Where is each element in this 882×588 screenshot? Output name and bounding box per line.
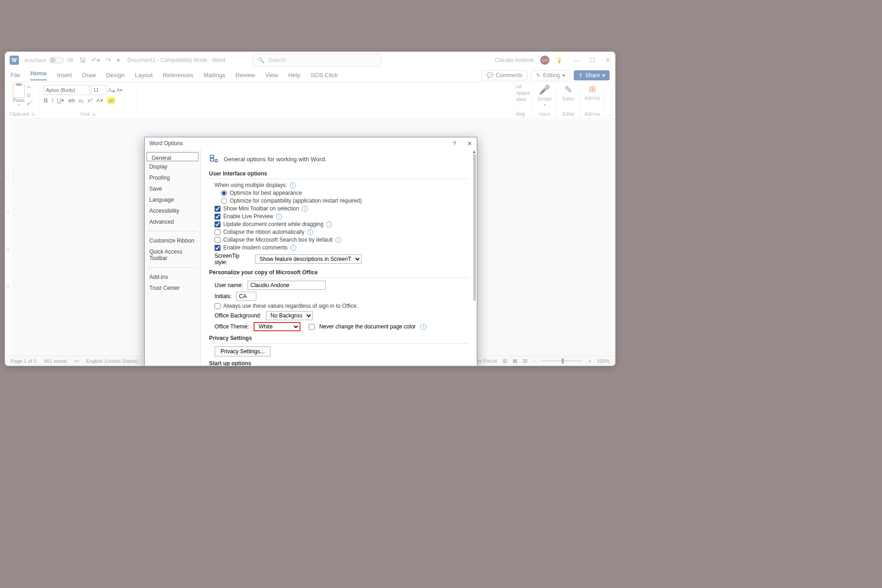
editor-group[interactable]: ✎ Editor Editor — [556, 82, 580, 119]
nav-advanced[interactable]: Advanced — [145, 216, 200, 227]
zoom-slider[interactable] — [541, 360, 582, 362]
tab-layout[interactable]: Layout — [135, 72, 153, 79]
close-icon[interactable]: ✕ — [605, 57, 611, 64]
help-icon[interactable]: ? — [453, 140, 456, 147]
check-always-use[interactable] — [215, 303, 220, 309]
collapse-ribbon-icon[interactable]: ⌄ — [604, 82, 615, 119]
word-count[interactable]: 961 words — [44, 358, 67, 364]
save-icon[interactable]: 🖫 — [79, 57, 86, 64]
scroll-thumb[interactable] — [473, 154, 476, 301]
share-button[interactable]: ⇪ Share ▾ — [574, 70, 610, 80]
language-indicator[interactable]: English (United States) — [86, 358, 138, 364]
tab-view[interactable]: View — [265, 72, 278, 79]
tab-insert[interactable]: Insert — [57, 72, 72, 79]
text-effects-icon[interactable]: A▾ — [96, 97, 103, 104]
nav-display[interactable]: Display — [145, 161, 200, 172]
nav-customize-ribbon[interactable]: Customize Ribbon — [145, 235, 200, 246]
tab-review[interactable]: Review — [236, 72, 255, 79]
radio-optimize-appearance[interactable] — [221, 190, 227, 196]
font-name-select[interactable] — [44, 85, 90, 95]
zoom-in-icon[interactable]: + — [588, 358, 591, 364]
clipboard-launcher-icon[interactable]: ⇲ — [31, 112, 35, 117]
editing-mode-button[interactable]: ✎ Editing ▾ — [531, 70, 570, 80]
dictate-group[interactable]: 🎤 Dictate ▾ Voice — [532, 82, 556, 119]
info-icon[interactable]: i — [290, 182, 296, 188]
tab-help[interactable]: Help — [288, 72, 300, 79]
qa-dropdown-icon[interactable]: ▾ — [117, 57, 120, 64]
select-partial[interactable]: elect — [516, 97, 526, 102]
coming-soon-icon[interactable]: 💡 — [556, 57, 563, 63]
office-theme-select[interactable]: White — [254, 322, 300, 331]
copy-icon[interactable]: ⧉ — [27, 92, 32, 98]
dialog-scrollbar[interactable]: ▲ ▼ — [470, 149, 477, 366]
check-collapse-search[interactable] — [215, 237, 220, 243]
tab-draw[interactable]: Draw — [82, 72, 96, 79]
tab-sosclick[interactable]: SOS Click — [311, 72, 338, 79]
initials-input[interactable] — [236, 292, 256, 301]
redo-icon[interactable]: ↷ — [106, 57, 111, 64]
office-background-select[interactable]: No Background — [266, 311, 313, 320]
nav-addins[interactable]: Add-ins — [145, 271, 200, 283]
tab-home[interactable]: Home — [30, 70, 47, 80]
info-icon[interactable]: i — [307, 229, 313, 235]
minimize-icon[interactable]: — — [574, 57, 580, 64]
addins-group[interactable]: ⊞ Add-ins Add-ins — [580, 82, 604, 119]
avatar[interactable]: CA — [540, 56, 549, 65]
info-icon[interactable]: i — [290, 245, 296, 251]
comments-button[interactable]: 💬 Comments — [481, 70, 527, 80]
check-modern-comments[interactable] — [215, 245, 220, 251]
check-live-preview[interactable] — [215, 214, 220, 220]
bold-icon[interactable]: B — [44, 97, 48, 104]
tab-references[interactable]: References — [163, 72, 193, 79]
paste-icon[interactable] — [13, 84, 25, 98]
read-mode-icon[interactable]: ▥ — [503, 358, 507, 364]
info-icon[interactable]: i — [420, 324, 426, 330]
cut-icon[interactable]: ✂ — [27, 84, 32, 90]
replace-partial[interactable]: eplace — [516, 90, 530, 96]
screentip-select[interactable]: Show feature descriptions in ScreenTips — [255, 254, 362, 264]
print-layout-icon[interactable]: ▦ — [513, 358, 517, 364]
grow-font-icon[interactable]: A▴ — [108, 87, 115, 94]
spellcheck-icon[interactable]: ▭ — [74, 358, 79, 364]
user-name[interactable]: Claudiu Andone — [495, 57, 534, 63]
highlight-icon[interactable]: ab — [107, 97, 115, 104]
autosave[interactable]: AutoSave Off — [24, 57, 73, 63]
check-mini-toolbar[interactable] — [215, 206, 220, 212]
check-update-drag[interactable] — [215, 221, 220, 227]
page-indicator[interactable]: Page 1 of 5 — [11, 358, 36, 364]
info-icon[interactable]: i — [302, 206, 308, 212]
zoom-level[interactable]: 100% — [597, 358, 610, 364]
superscript-icon[interactable]: x² — [87, 97, 92, 104]
zoom-out-icon[interactable]: − — [533, 358, 536, 364]
shrink-font-icon[interactable]: A▾ — [117, 87, 123, 93]
tab-design[interactable]: Design — [106, 72, 124, 79]
font-size-select[interactable] — [91, 85, 107, 95]
autosave-toggle[interactable] — [49, 57, 64, 63]
privacy-settings-button[interactable]: Privacy Settings... — [215, 346, 271, 356]
username-input[interactable] — [248, 281, 326, 290]
check-never-change-color[interactable] — [309, 324, 315, 330]
nav-save[interactable]: Save — [145, 183, 200, 194]
radio-optimize-compat[interactable] — [221, 198, 227, 204]
find-partial[interactable]: nd — [516, 84, 521, 89]
nav-qat[interactable]: Quick Access Toolbar — [145, 246, 200, 264]
nav-proofing[interactable]: Proofing — [145, 172, 200, 183]
focus-button[interactable]: ▭ Focus — [477, 358, 497, 364]
subscript-icon[interactable]: x₂ — [79, 97, 84, 104]
info-icon[interactable]: i — [276, 214, 282, 220]
dialog-close-icon[interactable]: ✕ — [467, 140, 472, 147]
search-box[interactable]: 🔍 Search — [253, 54, 381, 67]
undo-icon[interactable]: ↶▾ — [91, 57, 100, 64]
nav-general[interactable]: General — [147, 152, 198, 161]
font-launcher-icon[interactable]: ⇲ — [92, 112, 96, 117]
maximize-icon[interactable]: ☐ — [590, 57, 595, 64]
check-collapse-ribbon[interactable] — [215, 229, 220, 235]
nav-trust-center[interactable]: Trust Center — [145, 283, 200, 294]
scroll-up-icon[interactable]: ▲ — [472, 149, 476, 154]
strike-icon[interactable]: ab — [68, 97, 74, 104]
nav-language[interactable]: Language — [145, 194, 200, 205]
italic-icon[interactable]: I — [51, 97, 53, 104]
info-icon[interactable]: i — [335, 237, 341, 243]
info-icon[interactable]: i — [326, 221, 332, 227]
tab-mailings[interactable]: Mailings — [204, 72, 226, 79]
